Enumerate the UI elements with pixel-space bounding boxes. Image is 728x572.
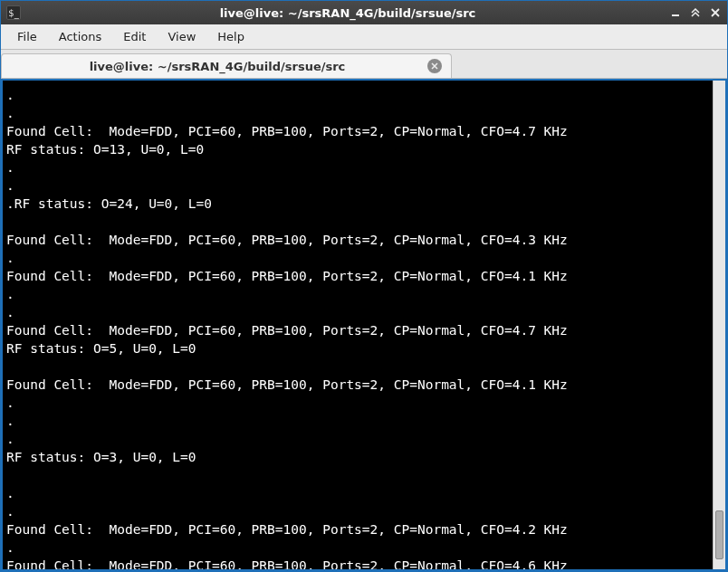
close-button[interactable] [709, 6, 722, 19]
tab-label: live@live: ~/srsRAN_4G/build/srsue/src [14, 60, 420, 73]
svg-rect-0 [672, 14, 679, 16]
app-icon: $_ [6, 5, 21, 20]
menu-actions[interactable]: Actions [48, 26, 113, 47]
tabbar: live@live: ~/srsRAN_4G/build/srsue/src [1, 50, 727, 79]
maximize-button[interactable] [689, 6, 702, 19]
tab-active[interactable]: live@live: ~/srsRAN_4G/build/srsue/src [1, 53, 452, 78]
menu-view[interactable]: View [157, 26, 206, 47]
menu-edit[interactable]: Edit [112, 26, 157, 47]
terminal-output[interactable]: . . Found Cell: Mode=FDD, PCI=60, PRB=10… [3, 81, 713, 569]
window-controls [669, 6, 722, 19]
scrollbar-thumb[interactable] [715, 510, 723, 559]
menu-file[interactable]: File [6, 26, 48, 47]
content-area: . . Found Cell: Mode=FDD, PCI=60, PRB=10… [1, 79, 727, 571]
scrollbar[interactable] [713, 81, 725, 569]
window-title: live@live: ~/srsRAN_4G/build/srsue/src [26, 6, 669, 20]
menu-help[interactable]: Help [206, 26, 255, 47]
terminal-window: $_ live@live: ~/srsRAN_4G/build/srsue/sr… [0, 0, 728, 572]
menubar: File Actions Edit View Help [1, 24, 727, 50]
titlebar[interactable]: $_ live@live: ~/srsRAN_4G/build/srsue/sr… [1, 1, 727, 24]
tab-close-icon[interactable] [427, 59, 442, 73]
minimize-button[interactable] [669, 6, 682, 19]
